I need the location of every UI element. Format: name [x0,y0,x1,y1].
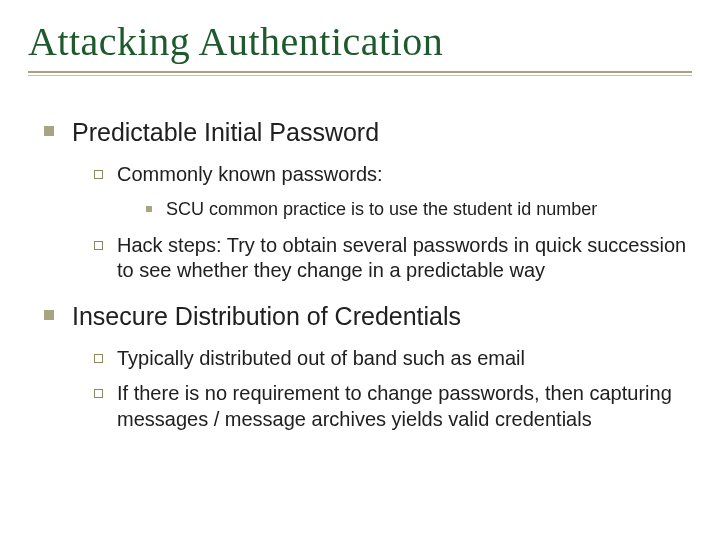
slide-title: Attacking Authentication [28,18,692,65]
list-item-text: If there is no requirement to change pas… [117,381,692,432]
list-item-text: Hack steps: Try to obtain several passwo… [117,233,692,284]
list-item: Typically distributed out of band such a… [94,346,692,372]
title-rule-bottom [28,75,692,76]
list-item: If there is no requirement to change pas… [94,381,692,432]
slide: Attacking Authentication Predictable Ini… [0,0,720,540]
list-item-text: Predictable Initial Password [72,116,692,148]
list-item: Predictable Initial Password [44,116,692,148]
square-bullet-icon [44,310,54,320]
open-square-bullet-icon [94,170,103,179]
list-item-text: Typically distributed out of band such a… [117,346,692,372]
list-item: Insecure Distribution of Credentials [44,300,692,332]
small-square-bullet-icon [146,206,152,212]
list-item-text: Insecure Distribution of Credentials [72,300,692,332]
list-item: Commonly known passwords: [94,162,692,188]
title-rule-top [28,71,692,73]
list-item-text: Commonly known passwords: [117,162,692,188]
list-item: SCU common practice is to use the studen… [146,198,692,221]
square-bullet-icon [44,126,54,136]
open-square-bullet-icon [94,241,103,250]
open-square-bullet-icon [94,354,103,363]
list-item: Hack steps: Try to obtain several passwo… [94,233,692,284]
list-item-text: SCU common practice is to use the studen… [166,198,692,221]
outline: Predictable Initial Password Commonly kn… [28,116,692,433]
open-square-bullet-icon [94,389,103,398]
